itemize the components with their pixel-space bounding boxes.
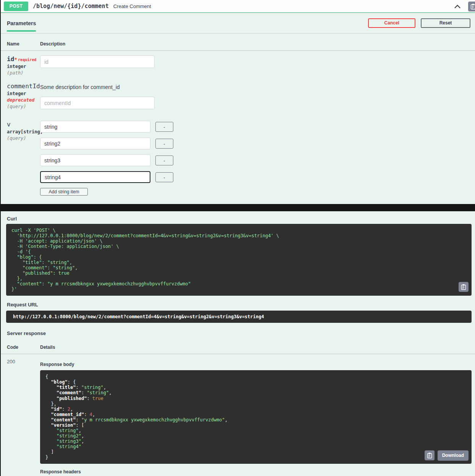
method-badge[interactable]: POST [4, 2, 28, 11]
response-body-block: { "blog": { "title": "string", "comment"… [40, 370, 472, 464]
param-type: array[string] [7, 129, 40, 134]
remove-item-button[interactable]: - [155, 155, 173, 165]
commentid-input[interactable] [40, 97, 155, 109]
v-item-input-1[interactable] [40, 121, 150, 133]
server-response-code-header: Code [7, 345, 40, 350]
v-item-input-2[interactable] [40, 138, 150, 149]
server-response-row: 200 Response body { "blog": { "title": "… [1, 354, 475, 476]
param-type: integer [7, 91, 40, 96]
collapse-button[interactable] [454, 3, 461, 10]
tab-parameters[interactable]: Parameters [7, 14, 36, 32]
remove-item-button[interactable]: - [155, 122, 173, 132]
parameters-toolbar: Parameters Cancel Reset [1, 13, 475, 34]
param-deprecated-label: deprecated [7, 97, 40, 103]
param-location: (path) [7, 70, 40, 76]
server-response-table-header: Code Details [1, 338, 475, 354]
results-block: Curl curl -X 'POST' \ 'http://127.0.0.1:… [1, 211, 475, 476]
param-name: id [7, 55, 14, 63]
param-name: commentId [7, 83, 40, 90]
reset-button[interactable]: Reset [421, 18, 470, 28]
curl-copy-button[interactable] [459, 282, 469, 292]
param-row-v: v array[string] (query) - - - - Add stri… [1, 116, 475, 204]
chevron-up-icon [454, 5, 460, 8]
remove-item-button[interactable]: - [155, 139, 173, 149]
array-item-row: - [40, 171, 472, 183]
curl-section-label: Curl [1, 211, 475, 222]
param-location: (query) [7, 104, 40, 109]
params-name-header: Name [7, 41, 40, 47]
response-body-label: Response body [40, 359, 472, 367]
curl-command-block: curl -X 'POST' \ 'http://127.0.0.1:8000/… [6, 224, 472, 296]
download-button[interactable]: Download [438, 450, 469, 461]
array-item-row: - [40, 154, 472, 166]
param-type: integer [7, 64, 40, 69]
cancel-button[interactable]: Cancel [368, 18, 415, 28]
v-item-input-4[interactable] [40, 171, 150, 183]
param-description: Some description for comment_id [40, 83, 472, 90]
id-input[interactable] [40, 55, 155, 68]
param-location: (query) [7, 136, 40, 141]
params-description-header: Description [40, 41, 472, 47]
response-headers-label: Response headers [40, 469, 472, 474]
endpoint-path: /blog/new/{id}/comment [33, 3, 109, 10]
operation-header: POST /blog/new/{id}/comment Create Comme… [1, 0, 475, 13]
operation-block: POST /blog/new/{id}/comment Create Comme… [1, 0, 475, 204]
param-row-commentid: commentId integer deprecated (query) Som… [1, 78, 475, 116]
response-copy-button[interactable] [425, 450, 435, 460]
request-url-value: http://127.0.0.1:8000/blog/new/2/comment… [6, 311, 472, 323]
server-response-details-header: Details [40, 345, 472, 350]
add-string-item-button[interactable]: Add string item [40, 188, 88, 196]
required-label: required [18, 58, 36, 62]
array-item-row: - [40, 138, 472, 149]
remove-item-button[interactable]: - [155, 172, 173, 182]
copy-endpoint-button[interactable] [468, 2, 475, 11]
param-name: v [7, 121, 40, 128]
endpoint-summary: Create Comment [113, 3, 151, 9]
clipboard-icon [427, 452, 432, 458]
array-item-row: - [40, 121, 472, 133]
server-response-label: Server response [1, 330, 475, 336]
v-item-input-3[interactable] [40, 154, 150, 166]
clipboard-icon [470, 3, 475, 10]
clipboard-icon [461, 284, 466, 290]
request-url-label: Request URL [1, 302, 475, 308]
response-status-code: 200 [7, 359, 40, 476]
param-row-id: id*required integer (path) [1, 51, 475, 78]
required-asterisk: * [14, 57, 17, 62]
params-table-header: Name Description [1, 34, 475, 51]
